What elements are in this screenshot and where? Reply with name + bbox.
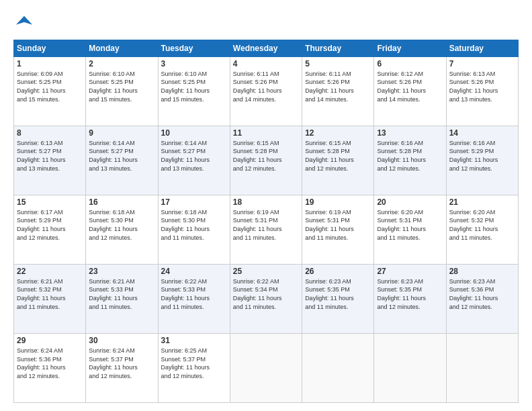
day-number: 11	[233, 128, 299, 138]
calendar-cell: 30Sunrise: 6:24 AMSunset: 5:37 PMDayligh…	[86, 333, 158, 402]
day-number: 19	[305, 197, 371, 207]
day-info: Sunrise: 6:19 AMSunset: 5:31 PMDaylight:…	[305, 208, 371, 242]
day-number: 14	[449, 128, 515, 138]
calendar-day-header: Monday	[86, 40, 158, 56]
day-info: Sunrise: 6:13 AMSunset: 5:26 PMDaylight:…	[449, 70, 515, 103]
calendar-week-row: 22Sunrise: 6:21 AMSunset: 5:32 PMDayligh…	[14, 264, 519, 333]
calendar-cell: 28Sunrise: 6:23 AMSunset: 5:36 PMDayligh…	[446, 264, 518, 333]
calendar-week-row: 29Sunrise: 6:24 AMSunset: 5:36 PMDayligh…	[14, 333, 519, 402]
calendar-table: SundayMondayTuesdayWednesdayThursdayFrid…	[13, 40, 519, 403]
day-number: 6	[377, 59, 443, 68]
calendar-cell: 11Sunrise: 6:15 AMSunset: 5:28 PMDayligh…	[230, 126, 302, 195]
calendar-day-header: Sunday	[14, 40, 86, 56]
day-number: 26	[305, 267, 371, 276]
day-info: Sunrise: 6:12 AMSunset: 5:26 PMDaylight:…	[377, 70, 443, 103]
day-number: 1	[17, 59, 83, 68]
calendar-day-header: Friday	[374, 40, 446, 56]
day-number: 7	[449, 59, 515, 68]
logo	[13, 13, 34, 36]
day-info: Sunrise: 6:18 AMSunset: 5:30 PMDaylight:…	[161, 208, 227, 242]
day-info: Sunrise: 6:11 AMSunset: 5:26 PMDaylight:…	[233, 70, 299, 103]
calendar-cell: 23Sunrise: 6:21 AMSunset: 5:33 PMDayligh…	[86, 264, 158, 333]
day-number: 15	[17, 197, 83, 207]
day-info: Sunrise: 6:13 AMSunset: 5:27 PMDaylight:…	[17, 139, 83, 173]
day-info: Sunrise: 6:20 AMSunset: 5:31 PMDaylight:…	[377, 208, 443, 242]
day-info: Sunrise: 6:21 AMSunset: 5:32 PMDaylight:…	[17, 277, 83, 311]
day-info: Sunrise: 6:24 AMSunset: 5:36 PMDaylight:…	[17, 347, 83, 380]
day-number: 21	[449, 197, 515, 207]
calendar-cell: 4Sunrise: 6:11 AMSunset: 5:26 PMDaylight…	[230, 56, 302, 126]
day-info: Sunrise: 6:09 AMSunset: 5:25 PMDaylight:…	[17, 70, 83, 103]
calendar-cell: 6Sunrise: 6:12 AMSunset: 5:26 PMDaylight…	[374, 56, 446, 126]
day-info: Sunrise: 6:25 AMSunset: 5:37 PMDaylight:…	[161, 347, 227, 380]
calendar-cell: 19Sunrise: 6:19 AMSunset: 5:31 PMDayligh…	[302, 195, 374, 264]
svg-marker-0	[16, 16, 32, 25]
day-number: 10	[161, 128, 227, 138]
calendar-cell: 22Sunrise: 6:21 AMSunset: 5:32 PMDayligh…	[14, 264, 86, 333]
day-number: 25	[233, 267, 299, 276]
day-info: Sunrise: 6:15 AMSunset: 5:28 PMDaylight:…	[305, 139, 371, 173]
day-info: Sunrise: 6:14 AMSunset: 5:27 PMDaylight:…	[89, 139, 154, 173]
day-number: 27	[377, 267, 443, 276]
calendar-cell: 10Sunrise: 6:14 AMSunset: 5:27 PMDayligh…	[158, 126, 230, 195]
day-info: Sunrise: 6:23 AMSunset: 5:36 PMDaylight:…	[449, 277, 515, 311]
calendar-cell: 25Sunrise: 6:22 AMSunset: 5:34 PMDayligh…	[230, 264, 302, 333]
day-info: Sunrise: 6:22 AMSunset: 5:34 PMDaylight:…	[233, 277, 299, 311]
calendar-cell	[230, 333, 302, 402]
day-number: 18	[233, 197, 299, 207]
day-info: Sunrise: 6:19 AMSunset: 5:31 PMDaylight:…	[233, 208, 299, 242]
calendar-cell: 21Sunrise: 6:20 AMSunset: 5:32 PMDayligh…	[446, 195, 518, 264]
calendar-cell: 14Sunrise: 6:16 AMSunset: 5:29 PMDayligh…	[446, 126, 518, 195]
calendar-cell: 20Sunrise: 6:20 AMSunset: 5:31 PMDayligh…	[374, 195, 446, 264]
header	[13, 11, 519, 36]
day-info: Sunrise: 6:16 AMSunset: 5:28 PMDaylight:…	[377, 139, 443, 173]
calendar-cell: 29Sunrise: 6:24 AMSunset: 5:36 PMDayligh…	[14, 333, 86, 402]
calendar-cell: 16Sunrise: 6:18 AMSunset: 5:30 PMDayligh…	[86, 195, 158, 264]
calendar-cell: 26Sunrise: 6:23 AMSunset: 5:35 PMDayligh…	[302, 264, 374, 333]
day-info: Sunrise: 6:18 AMSunset: 5:30 PMDaylight:…	[89, 208, 154, 242]
day-info: Sunrise: 6:14 AMSunset: 5:27 PMDaylight:…	[161, 139, 227, 173]
day-info: Sunrise: 6:23 AMSunset: 5:35 PMDaylight:…	[377, 277, 443, 311]
day-number: 12	[305, 128, 371, 138]
day-number: 17	[161, 197, 227, 207]
day-info: Sunrise: 6:23 AMSunset: 5:35 PMDaylight:…	[305, 277, 371, 311]
day-info: Sunrise: 6:16 AMSunset: 5:29 PMDaylight:…	[449, 139, 515, 173]
calendar-week-row: 8Sunrise: 6:13 AMSunset: 5:27 PMDaylight…	[14, 126, 519, 195]
page: SundayMondayTuesdayWednesdayThursdayFrid…	[0, 0, 532, 411]
day-number: 9	[89, 128, 154, 138]
calendar-cell: 12Sunrise: 6:15 AMSunset: 5:28 PMDayligh…	[302, 126, 374, 195]
calendar-cell: 31Sunrise: 6:25 AMSunset: 5:37 PMDayligh…	[158, 333, 230, 402]
day-number: 23	[89, 267, 154, 276]
calendar-cell	[302, 333, 374, 402]
day-info: Sunrise: 6:21 AMSunset: 5:33 PMDaylight:…	[89, 277, 154, 311]
day-info: Sunrise: 6:17 AMSunset: 5:29 PMDaylight:…	[17, 208, 83, 242]
day-number: 22	[17, 267, 83, 276]
calendar-cell: 9Sunrise: 6:14 AMSunset: 5:27 PMDaylight…	[86, 126, 158, 195]
day-number: 5	[305, 59, 371, 68]
calendar-day-header: Wednesday	[230, 40, 302, 56]
day-info: Sunrise: 6:20 AMSunset: 5:32 PMDaylight:…	[449, 208, 515, 242]
calendar-cell	[374, 333, 446, 402]
day-number: 31	[161, 336, 227, 345]
day-info: Sunrise: 6:24 AMSunset: 5:37 PMDaylight:…	[89, 347, 154, 380]
calendar-cell: 18Sunrise: 6:19 AMSunset: 5:31 PMDayligh…	[230, 195, 302, 264]
logo-bird-icon	[15, 13, 34, 32]
day-info: Sunrise: 6:10 AMSunset: 5:25 PMDaylight:…	[161, 70, 227, 103]
day-number: 8	[17, 128, 83, 138]
calendar-day-header: Thursday	[302, 40, 374, 56]
calendar-cell: 24Sunrise: 6:22 AMSunset: 5:33 PMDayligh…	[158, 264, 230, 333]
day-info: Sunrise: 6:22 AMSunset: 5:33 PMDaylight:…	[161, 277, 227, 311]
day-number: 3	[161, 59, 227, 68]
day-info: Sunrise: 6:10 AMSunset: 5:25 PMDaylight:…	[89, 70, 154, 103]
calendar-cell: 2Sunrise: 6:10 AMSunset: 5:25 PMDaylight…	[86, 56, 158, 126]
day-number: 20	[377, 197, 443, 207]
calendar-cell: 17Sunrise: 6:18 AMSunset: 5:30 PMDayligh…	[158, 195, 230, 264]
calendar-day-header: Saturday	[446, 40, 518, 56]
day-number: 2	[89, 59, 154, 68]
day-number: 16	[89, 197, 154, 207]
calendar-cell: 1Sunrise: 6:09 AMSunset: 5:25 PMDaylight…	[14, 56, 86, 126]
day-number: 30	[89, 336, 154, 345]
calendar-cell: 15Sunrise: 6:17 AMSunset: 5:29 PMDayligh…	[14, 195, 86, 264]
calendar-cell: 13Sunrise: 6:16 AMSunset: 5:28 PMDayligh…	[374, 126, 446, 195]
day-info: Sunrise: 6:11 AMSunset: 5:26 PMDaylight:…	[305, 70, 371, 103]
